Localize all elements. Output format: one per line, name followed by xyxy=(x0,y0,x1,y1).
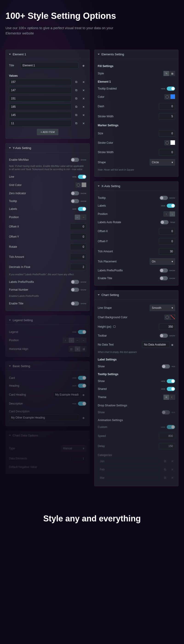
strokewidth2-input[interactable] xyxy=(159,149,175,156)
heading-toggle[interactable] xyxy=(78,384,86,388)
panel-header[interactable]: Element 1 xyxy=(6,50,89,59)
align-right-button[interactable]: ⇶ xyxy=(81,346,86,352)
shape-select[interactable]: Circle▾ xyxy=(150,159,175,166)
x-offsetx-input[interactable] xyxy=(159,228,175,234)
month-input[interactable] xyxy=(98,458,160,464)
close-icon[interactable]: ✕ xyxy=(169,467,175,472)
pos-up-button[interactable]: ↑ xyxy=(63,338,68,343)
color-swatch[interactable] xyxy=(170,94,175,99)
align-left-button[interactable]: ⬱ xyxy=(69,346,74,352)
pos-down-button[interactable]: ↓ xyxy=(169,212,175,216)
copy-icon[interactable]: ⧉ xyxy=(162,475,168,480)
copy-icon[interactable]: ⧉ xyxy=(73,96,79,101)
card-toggle[interactable] xyxy=(78,376,86,380)
x-tooltip-toggle[interactable] xyxy=(160,196,168,200)
dynamic-icon[interactable]: ◈ xyxy=(81,392,86,398)
sun-icon[interactable]: ☀ xyxy=(163,395,169,400)
height-input[interactable] xyxy=(159,324,175,330)
chartbg-swatch[interactable] xyxy=(170,315,175,319)
close-icon[interactable]: ✕ xyxy=(81,79,86,85)
copy-icon[interactable]: ⧉ xyxy=(73,88,79,93)
panel-header[interactable]: Legend Setting xyxy=(6,316,89,325)
copy-icon[interactable]: ⧉ xyxy=(73,120,79,126)
x-enabletitle-toggle[interactable] xyxy=(160,276,168,280)
dash-input[interactable] xyxy=(159,103,175,110)
x-tickamount-input[interactable] xyxy=(159,248,175,254)
enabletitle-toggle[interactable] xyxy=(71,302,79,306)
dataelem-input[interactable] xyxy=(70,455,86,462)
pos-right-button[interactable]: → xyxy=(81,215,86,220)
shared-toggle[interactable] xyxy=(167,387,175,391)
strokewidth-input[interactable] xyxy=(159,113,175,120)
strokecolor-swatch[interactable] xyxy=(170,140,175,145)
moon-icon[interactable]: ☾ xyxy=(169,395,175,400)
pencil-icon[interactable]: ✎ xyxy=(163,71,169,76)
decimals-input[interactable] xyxy=(70,264,86,270)
tooltipenabled-toggle[interactable] xyxy=(167,86,175,91)
globe-icon[interactable] xyxy=(164,140,170,145)
copy-icon[interactable]: ⧉ xyxy=(73,112,79,118)
tickamount-input[interactable] xyxy=(70,254,86,260)
pos-left-button[interactable]: ← xyxy=(75,215,80,220)
value-input[interactable] xyxy=(9,79,72,85)
pos-up-button[interactable]: ↑ xyxy=(163,212,169,216)
add-item-button[interactable]: + ADD ITEM xyxy=(37,129,58,135)
dynamic-icon[interactable]: ◈ xyxy=(81,63,86,68)
ttshow-toggle[interactable] xyxy=(167,379,175,383)
close-icon[interactable]: ✕ xyxy=(169,458,175,464)
dsshow-toggle[interactable] xyxy=(162,410,170,414)
cardheading-input[interactable] xyxy=(53,392,81,398)
panel-header[interactable]: X-Axis Setting xyxy=(95,182,178,191)
x-labels-toggle[interactable] xyxy=(167,204,175,208)
pos-right-button[interactable]: → xyxy=(81,338,86,343)
carddesc-input[interactable] xyxy=(9,414,79,421)
speed-input[interactable] xyxy=(159,433,175,439)
close-icon[interactable]: ✕ xyxy=(169,475,175,480)
dynamic-icon[interactable]: ◈ xyxy=(81,415,86,420)
close-icon[interactable]: ✕ xyxy=(81,88,86,93)
rotate-input[interactable] xyxy=(70,244,86,250)
panel-header[interactable]: Chart Data Options xyxy=(6,431,89,440)
nodata-input[interactable] xyxy=(142,342,169,348)
globe-icon[interactable] xyxy=(76,182,81,188)
panel-header[interactable]: Elements Setting xyxy=(95,50,178,59)
close-icon[interactable]: ✕ xyxy=(81,96,86,101)
labelshow-toggle[interactable] xyxy=(162,364,170,368)
offsety-input[interactable] xyxy=(70,234,86,240)
desc-toggle[interactable] xyxy=(78,402,86,406)
gridcolor-swatch[interactable] xyxy=(82,182,86,187)
offsetx-input[interactable] xyxy=(70,224,86,230)
enable-minmax-toggle[interactable] xyxy=(71,158,79,162)
type-select[interactable]: Manual▾ xyxy=(61,445,86,452)
value-input[interactable] xyxy=(9,95,72,102)
prefix-toggle[interactable] xyxy=(71,280,79,284)
line-toggle[interactable] xyxy=(78,175,86,179)
month-input[interactable] xyxy=(98,474,160,481)
grid-icon[interactable]: ▦ xyxy=(169,71,175,76)
legend-toggle[interactable] xyxy=(78,330,86,334)
copy-icon[interactable]: ⧉ xyxy=(73,79,79,85)
month-input[interactable] xyxy=(98,466,160,473)
autorotate-toggle[interactable] xyxy=(160,220,168,224)
size-input[interactable] xyxy=(159,130,175,136)
tickplacement-select[interactable]: On▾ xyxy=(150,258,175,265)
lineshape-select[interactable]: Smooth▾ xyxy=(150,305,175,311)
dynamic-icon[interactable]: ◈ xyxy=(169,342,175,347)
value-input[interactable] xyxy=(9,104,72,110)
align-center-button[interactable]: ≡ xyxy=(75,346,80,352)
toolbar-toggle[interactable] xyxy=(160,334,168,338)
copy-icon[interactable]: ⧉ xyxy=(162,458,168,464)
panel-header[interactable]: Basic Setting xyxy=(6,362,89,371)
desktop-icon[interactable]: 🖵 xyxy=(113,325,116,328)
zero-toggle[interactable] xyxy=(71,191,79,196)
labels-toggle[interactable] xyxy=(78,207,86,211)
delay-input[interactable] xyxy=(159,443,175,449)
tooltip-toggle[interactable] xyxy=(71,199,79,203)
close-icon[interactable]: ✕ xyxy=(81,120,86,126)
x-offsety-input[interactable] xyxy=(159,238,175,244)
value-input[interactable] xyxy=(9,120,72,126)
panel-header[interactable]: Chart Setting xyxy=(95,290,178,300)
copy-icon[interactable]: ⧉ xyxy=(162,467,168,472)
custom-toggle[interactable] xyxy=(167,425,175,429)
globe-icon[interactable] xyxy=(164,315,170,320)
